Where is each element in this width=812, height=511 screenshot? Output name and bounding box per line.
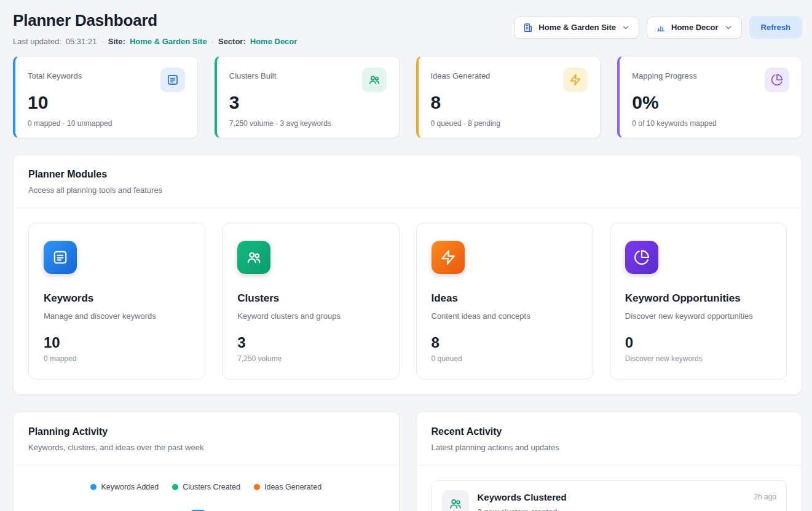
stat-label: Mapping Progress	[632, 68, 697, 80]
module-card-keyword-opportunities[interactable]: Keyword Opportunities Discover new keywo…	[610, 223, 787, 380]
refresh-button[interactable]: Refresh	[749, 16, 802, 39]
page-title: Planner Dashboard	[13, 11, 297, 30]
separator: ·	[211, 37, 214, 46]
module-description: Content ideas and concepts	[432, 311, 578, 321]
module-value: 8	[432, 334, 578, 351]
stat-card-ideas-generated: Ideas Generated 8 0 queued · 8 pending	[416, 56, 601, 138]
module-description: Keyword clusters and groups	[237, 311, 384, 321]
page-header: Planner Dashboard Last updated: 05:31:21…	[13, 11, 802, 46]
planner-dashboard-page: Planner Dashboard Last updated: 05:31:21…	[0, 0, 812, 511]
module-detail: 7,250 volume	[237, 354, 384, 363]
chart-legend: Keywords Added Clusters Created Ideas Ge…	[14, 466, 399, 491]
planning-activity-panel: Planning Activity Keywords, clusters, an…	[13, 412, 400, 511]
planner-modules-panel: Planner Modules Access all planning tool…	[13, 154, 802, 395]
site-selector-dropdown[interactable]: Home & Garden Site	[514, 17, 639, 39]
stat-detail: 0 mapped · 10 unmapped	[28, 119, 185, 128]
modules-grid: Keywords Manage and discover keywords 10…	[14, 208, 802, 394]
site-icon	[523, 23, 533, 33]
legend-dot-orange	[254, 484, 260, 490]
stat-value: 0%	[632, 92, 789, 112]
stat-value: 8	[431, 92, 588, 112]
header-meta: Last updated: 05:31:21 · Site: Home & Ga…	[13, 37, 297, 46]
module-title: Keyword Opportunities	[625, 292, 771, 305]
stat-value: 10	[28, 92, 185, 112]
legend-label: Clusters Created	[183, 483, 240, 491]
activity-timestamp: 2h ago	[754, 490, 776, 501]
activity-chart: 25 25 24	[14, 502, 399, 511]
module-value: 3	[237, 334, 384, 351]
site-label: Site:	[108, 37, 125, 46]
panel-title: Planner Modules	[28, 169, 787, 180]
bolt-icon	[563, 68, 588, 92]
pie-chart-icon	[625, 241, 658, 274]
bolt-icon	[432, 241, 465, 274]
stat-card-mapping-progress: Mapping Progress 0% 0 of 10 keywords map…	[617, 56, 802, 138]
separator: ·	[101, 37, 103, 46]
stat-label: Ideas Generated	[431, 68, 491, 80]
activity-description: 3 new clusters created	[478, 507, 567, 511]
stat-value: 3	[229, 92, 387, 112]
stat-detail: 7,250 volume · 3 avg keywords	[229, 119, 387, 128]
module-title: Ideas	[432, 292, 578, 305]
chevron-down-icon	[621, 23, 630, 32]
module-card-keywords[interactable]: Keywords Manage and discover keywords 10…	[28, 223, 205, 380]
site-selector-value: Home & Garden Site	[538, 23, 616, 32]
module-detail: 0 mapped	[44, 354, 190, 363]
panel-title: Planning Activity	[28, 426, 384, 437]
module-value: 0	[625, 334, 771, 351]
users-icon	[362, 68, 387, 92]
module-description: Manage and discover keywords	[44, 311, 190, 321]
last-updated-value: 05:31:21	[66, 37, 97, 46]
panel-subtitle: Latest planning actions and updates	[432, 443, 787, 452]
module-value: 10	[44, 334, 190, 351]
sector-label: Sector:	[218, 37, 246, 46]
legend-dot-blue	[90, 484, 97, 490]
users-icon	[237, 241, 270, 274]
activity-list-item: Keywords Clustered 3 new clusters create…	[432, 480, 787, 511]
stat-detail: 0 of 10 keywords mapped	[632, 119, 789, 128]
legend-item-clusters-created: Clusters Created	[172, 483, 240, 491]
recent-activity-panel: Recent Activity Latest planning actions …	[416, 412, 803, 511]
stat-card-total-keywords: Total Keywords 10 0 mapped · 10 unmapped	[13, 56, 198, 138]
header-controls: Home & Garden Site Home Decor Refresh	[514, 16, 802, 39]
pie-chart-icon	[765, 68, 789, 92]
bottom-row: Planning Activity Keywords, clusters, an…	[13, 412, 802, 511]
last-updated-label: Last updated:	[13, 37, 61, 46]
activity-text: Keywords Clustered 3 new clusters create…	[478, 490, 567, 511]
legend-item-ideas-generated: Ideas Generated	[254, 483, 321, 491]
panel-subtitle: Keywords, clusters, and ideas over the p…	[28, 443, 384, 452]
sector-selector-value: Home Decor	[671, 23, 719, 32]
legend-dot-green	[172, 484, 178, 490]
legend-label: Keywords Added	[101, 483, 159, 491]
stat-card-clusters-built: Clusters Built 3 7,250 volume · 3 avg ke…	[215, 56, 400, 138]
stat-label: Total Keywords	[28, 68, 82, 80]
module-title: Keywords	[44, 292, 190, 305]
site-link[interactable]: Home & Garden Site	[130, 37, 207, 46]
stat-detail: 0 queued · 8 pending	[431, 119, 588, 128]
list-icon	[44, 241, 77, 274]
legend-label: Ideas Generated	[264, 483, 321, 491]
module-detail: 0 queued	[432, 354, 578, 363]
module-title: Clusters	[237, 292, 384, 305]
users-icon	[442, 490, 469, 511]
stats-row: Total Keywords 10 0 mapped · 10 unmapped…	[13, 56, 802, 138]
sector-selector-dropdown[interactable]: Home Decor	[647, 17, 742, 39]
module-detail: Discover new keywords	[625, 354, 771, 363]
legend-item-keywords-added: Keywords Added	[90, 483, 159, 491]
module-description: Discover new keyword opportunities	[625, 311, 771, 321]
stat-label: Clusters Built	[229, 68, 277, 80]
header-left: Planner Dashboard Last updated: 05:31:21…	[13, 11, 297, 46]
bar-chart-icon	[656, 23, 666, 33]
panel-title: Recent Activity	[432, 426, 787, 437]
module-card-clusters[interactable]: Clusters Keyword clusters and groups 3 7…	[222, 223, 399, 380]
sector-link[interactable]: Home Decor	[250, 37, 298, 46]
activity-title: Keywords Clustered	[478, 490, 567, 502]
panel-subtitle: Access all planning tools and features	[28, 185, 787, 195]
chevron-down-icon	[724, 23, 733, 32]
module-card-ideas[interactable]: Ideas Content ideas and concepts 8 0 que…	[416, 223, 593, 380]
divider	[417, 465, 802, 466]
list-icon	[160, 68, 185, 92]
